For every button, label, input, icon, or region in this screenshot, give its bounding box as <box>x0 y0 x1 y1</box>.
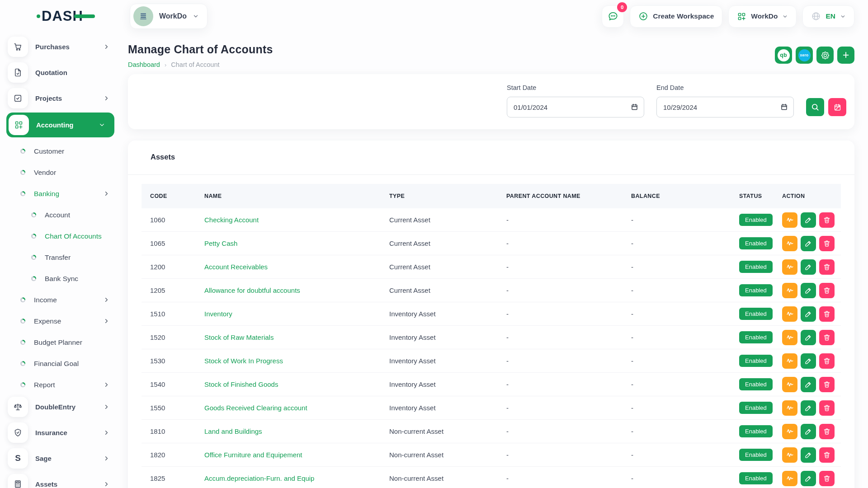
activity-button[interactable] <box>782 377 797 392</box>
account-name-link[interactable]: Stock of Finished Goods <box>204 380 278 388</box>
sidebar-item-accounting[interactable]: Accounting <box>6 113 114 137</box>
activity-button[interactable] <box>782 471 797 486</box>
activity-button[interactable] <box>782 330 797 345</box>
edit-button[interactable] <box>801 306 816 322</box>
activity-button[interactable] <box>782 424 797 439</box>
edit-button[interactable] <box>801 424 816 439</box>
account-name-link[interactable]: Land and Buildings <box>204 427 262 435</box>
reset-filter-button[interactable] <box>828 98 846 116</box>
delete-button[interactable] <box>819 471 835 486</box>
chevron-right-icon <box>103 381 110 388</box>
edit-button[interactable] <box>801 283 816 298</box>
create-workspace-label: Create Workspace <box>653 12 714 20</box>
edit-button[interactable] <box>801 471 816 486</box>
account-name-link[interactable]: Goods Received Clearing account <box>204 404 307 412</box>
sidebar-item-quotation[interactable]: Quotation <box>8 61 113 84</box>
workspace-menu-button[interactable]: WorkDo <box>728 5 797 28</box>
type-cell: Inventory Asset <box>389 357 506 365</box>
sidebar-item-banking[interactable]: Banking <box>8 183 113 204</box>
account-name-link[interactable]: Office Furniture and Equipement <box>204 451 302 459</box>
edit-button[interactable] <box>801 212 816 228</box>
activity-button[interactable] <box>782 212 797 228</box>
create-workspace-button[interactable]: Create Workspace <box>630 5 722 28</box>
sidebar-item-expense[interactable]: Expense <box>8 310 113 332</box>
sidebar-item-budget-planner[interactable]: Budget Planner <box>8 332 113 353</box>
delete-button[interactable] <box>819 259 835 275</box>
account-name-link[interactable]: Account Receivables <box>204 263 268 271</box>
status-badge[interactable]: Enabled <box>739 261 773 273</box>
sidebar-item-insurance[interactable]: Insurance <box>8 421 113 444</box>
delete-button[interactable] <box>819 377 835 392</box>
edit-button[interactable] <box>801 400 816 416</box>
sidebar-item-vendor[interactable]: Vendor <box>8 162 113 183</box>
xero-button[interactable]: xero <box>796 47 813 64</box>
logo-dash[interactable]: DASH <box>37 8 83 24</box>
edit-button[interactable] <box>801 447 816 463</box>
sidebar-item-bank-sync[interactable]: Bank Sync <box>8 268 113 289</box>
status-badge[interactable]: Enabled <box>739 402 773 414</box>
activity-button[interactable] <box>782 306 797 322</box>
activity-button[interactable] <box>782 400 797 416</box>
activity-button[interactable] <box>782 236 797 251</box>
sidebar-item-chart-of-accounts[interactable]: Chart Of Accounts <box>8 225 113 247</box>
account-name-link[interactable]: Petty Cash <box>204 239 237 247</box>
sidebar-item-transfer[interactable]: Transfer <box>8 247 113 268</box>
activity-button[interactable] <box>782 259 797 275</box>
delete-button[interactable] <box>819 447 835 463</box>
settings-button[interactable] <box>816 47 834 64</box>
status-badge[interactable]: Enabled <box>739 449 773 461</box>
account-name-link[interactable]: Stock of Raw Materials <box>204 333 274 341</box>
sidebar-item-account[interactable]: Account <box>8 204 113 225</box>
sidebar-item-financial-goal[interactable]: Financial Goal <box>8 353 113 374</box>
end-date-input[interactable] <box>656 97 794 117</box>
delete-button[interactable] <box>819 283 835 298</box>
status-badge[interactable]: Enabled <box>739 237 773 249</box>
delete-button[interactable] <box>819 353 835 369</box>
activity-button[interactable] <box>782 283 797 298</box>
sidebar-item-projects[interactable]: Projects <box>8 87 113 109</box>
status-badge[interactable]: Enabled <box>739 331 773 343</box>
sidebar-item-report[interactable]: Report <box>8 374 113 395</box>
status-badge[interactable]: Enabled <box>739 308 773 320</box>
edit-button[interactable] <box>801 377 816 392</box>
name-cell: Stock of Finished Goods <box>204 380 389 388</box>
account-name-link[interactable]: Stock of Work In Progress <box>204 357 283 365</box>
activity-button[interactable] <box>782 353 797 369</box>
workspace-selector[interactable]: WorkDo <box>130 4 208 29</box>
edit-button[interactable] <box>801 353 816 369</box>
add-button[interactable]: + <box>837 47 854 64</box>
start-date-input[interactable] <box>507 97 644 117</box>
sidebar-item-customer[interactable]: Customer <box>8 141 113 162</box>
delete-button[interactable] <box>819 212 835 228</box>
account-name-link[interactable]: Allowance for doubtful accounts <box>204 286 300 294</box>
edit-button[interactable] <box>801 330 816 345</box>
account-name-link[interactable]: Checking Account <box>204 216 259 224</box>
sidebar-item-doubleentry[interactable]: DoubleEntry <box>8 395 113 418</box>
status-badge[interactable]: Enabled <box>739 425 773 437</box>
delete-button[interactable] <box>819 330 835 345</box>
sidebar-item-income[interactable]: Income <box>8 289 113 310</box>
account-name-link[interactable]: Accum.depreciation-Furn. and Equip <box>204 474 314 482</box>
status-badge[interactable]: Enabled <box>739 284 773 296</box>
insurance-icon <box>8 422 28 443</box>
activity-button[interactable] <box>782 447 797 463</box>
edit-button[interactable] <box>801 259 816 275</box>
delete-button[interactable] <box>819 424 835 439</box>
delete-button[interactable] <box>819 236 835 251</box>
sidebar-item-purchases[interactable]: Purchases <box>8 35 113 58</box>
sidebar-item-sage[interactable]: SSage <box>8 447 113 469</box>
edit-button[interactable] <box>801 236 816 251</box>
sidebar-item-assets[interactable]: Assets <box>8 473 113 488</box>
delete-button[interactable] <box>819 306 835 322</box>
quickbooks-button[interactable]: qb <box>775 47 792 64</box>
messages-button[interactable]: 0 <box>602 5 624 28</box>
status-badge[interactable]: Enabled <box>739 214 773 226</box>
delete-button[interactable] <box>819 400 835 416</box>
search-button[interactable] <box>806 98 824 116</box>
breadcrumb-dashboard-link[interactable]: Dashboard <box>128 61 160 68</box>
status-badge[interactable]: Enabled <box>739 378 773 390</box>
status-badge[interactable]: Enabled <box>739 355 773 367</box>
language-selector[interactable]: EN <box>802 5 854 28</box>
status-badge[interactable]: Enabled <box>739 472 773 484</box>
account-name-link[interactable]: Inventory <box>204 310 232 318</box>
